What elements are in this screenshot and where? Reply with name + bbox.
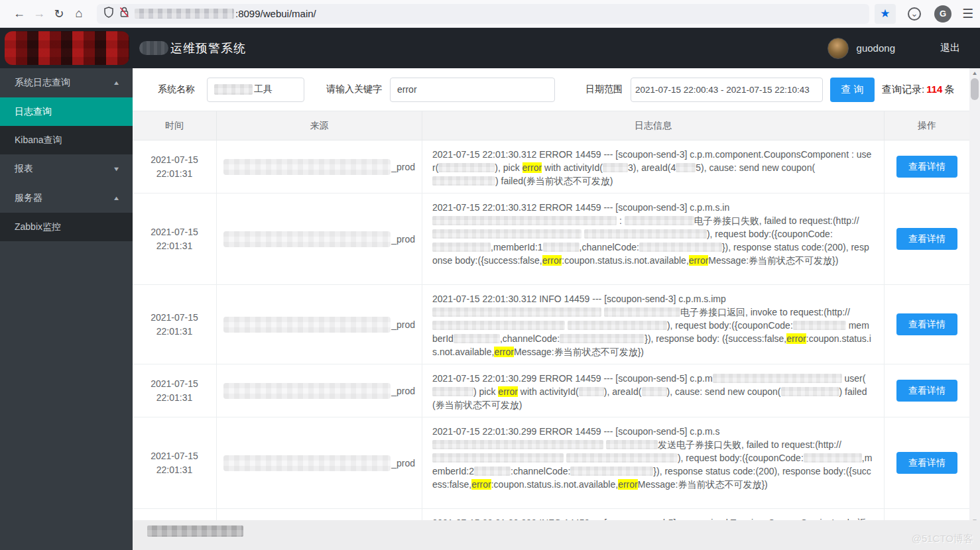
scrollbar-thumb[interactable] — [971, 78, 979, 100]
browser-toolbar: ← → ↻ ⌂ :8099/webui/main/ ★ ⌄ G ☰ — [0, 0, 980, 28]
date-range-value: 2021-07-15 22:00:43 - 2021-07-15 22:10:4… — [635, 85, 810, 95]
log-time: 2021-07-1522:01:31 — [133, 417, 217, 508]
result-summary: 查询记录:114条 — [882, 83, 954, 96]
source-redacted — [223, 383, 391, 399]
view-detail-button[interactable]: 查看详情 — [896, 156, 957, 178]
redacted-text — [566, 453, 678, 463]
scrollbar[interactable]: ▲ ▼ — [969, 68, 980, 525]
sidebar-item-log-query[interactable]: 日志查询 — [0, 97, 133, 126]
browser-menu-icon[interactable]: ☰ — [962, 6, 973, 21]
username[interactable]: guodong — [857, 42, 895, 54]
sidebar-item-zabbix-monitor[interactable]: Zabbix监控 — [0, 213, 133, 241]
url-host-redacted — [135, 9, 234, 19]
redacted-text — [625, 216, 694, 225]
log-message: 2021-07-15 22:01:30.312 INFO 14459 --- [… — [422, 285, 885, 364]
main-panel: 系统名称 工具 请输入关键字 error 日期范围 2021-07-15 22:… — [133, 68, 969, 550]
redacted-text — [570, 467, 653, 476]
url-bar[interactable]: :8099/webui/main/ — [97, 4, 869, 24]
chevron-up-icon: ▲ — [113, 80, 121, 86]
redacted-text — [584, 229, 707, 239]
sidebar-item-label: 日志查询 — [15, 106, 52, 118]
redacted-text — [432, 216, 617, 225]
search-button[interactable]: 查 询 — [830, 78, 875, 102]
log-message: 2021-07-15 22:01:30.299 ERROR 14459 --- … — [422, 417, 885, 508]
source-redacted — [223, 317, 391, 333]
insecure-lock-icon[interactable] — [119, 7, 129, 21]
redacted-text — [432, 307, 601, 317]
chevron-down-icon: ▼ — [113, 166, 121, 172]
logout-button[interactable]: 退出 — [940, 42, 960, 54]
table-row: 2021-07-1522:01:31_prod2021-07-15 22:01:… — [133, 364, 969, 417]
log-time: 2021-07-1522:01:31 — [133, 364, 217, 417]
date-range-label: 日期范围 — [585, 83, 623, 95]
log-time: 2021-07-1522:01:31 — [133, 285, 217, 364]
url-text[interactable]: :8099/webui/main/ — [235, 8, 316, 19]
watermark: @51CTO博客 — [912, 533, 973, 545]
redacted-text — [454, 334, 500, 343]
system-name-value: 工具 — [254, 83, 273, 95]
home-icon[interactable]: ⌂ — [69, 4, 89, 24]
redacted-text — [606, 440, 658, 449]
sidebar-item-server[interactable]: 服务器▲ — [0, 184, 133, 213]
log-action-cell: 查看详情 — [885, 193, 969, 284]
log-time: 2021-07-1522:01:31 — [133, 140, 217, 193]
title-prefix-redacted — [139, 41, 168, 55]
chevron-up-icon: ▲ — [113, 195, 121, 201]
sidebar-item-label: 服务器 — [15, 192, 42, 204]
reload-icon[interactable]: ↻ — [49, 4, 69, 24]
log-action-cell — [885, 509, 969, 520]
log-action-cell: 查看详情 — [885, 140, 969, 193]
user-avatar[interactable] — [827, 38, 849, 59]
log-message: 2021-07-15 22:01:30.312 ERROR 14459 --- … — [422, 193, 885, 284]
source-redacted — [223, 455, 391, 471]
browser-account-avatar[interactable]: G — [934, 5, 951, 23]
table-row: 2021-07-1522:01:31_prod2021-07-15 22:01:… — [133, 417, 969, 509]
sidebar-item-system-log-query[interactable]: 系统日志查询▲ — [0, 68, 133, 97]
system-name-input[interactable]: 工具 — [207, 78, 304, 102]
redacted-text — [793, 321, 846, 330]
log-source: _prod — [217, 285, 422, 364]
sidebar-item-kibana-query[interactable]: Kibana查询 — [0, 126, 133, 154]
sidebar-item-label: 系统日志查询 — [15, 77, 70, 89]
redacted-text — [781, 387, 839, 396]
redacted-text — [432, 440, 603, 449]
back-icon[interactable]: ← — [9, 4, 29, 24]
system-name-redacted — [214, 84, 253, 95]
pocket-icon[interactable]: ⌄ — [908, 7, 921, 21]
redacted-text — [543, 243, 580, 252]
log-message: 2021-07-15 22:01:30.299 INFO 14459 --- [… — [422, 509, 885, 520]
bookmark-star-icon[interactable]: ★ — [875, 4, 896, 24]
log-action-cell: 查看详情 — [885, 417, 969, 508]
keyword-input[interactable]: error — [390, 78, 555, 102]
sidebar-item-label: 报表 — [15, 163, 33, 175]
header-user-area: guodong 退出 — [827, 28, 960, 68]
view-detail-button[interactable]: 查看详情 — [896, 313, 957, 335]
footer-strip: @51CTO博客 — [133, 520, 980, 550]
redacted-text — [432, 176, 495, 186]
browser-actions: ★ ⌄ G ☰ — [875, 4, 973, 24]
table-header: 时间来源日志信息操作 — [133, 111, 969, 140]
redacted-text — [432, 321, 565, 330]
column-header-msg: 日志信息 — [422, 111, 885, 140]
forward-icon[interactable]: → — [29, 4, 49, 24]
source-redacted — [223, 231, 391, 247]
source-redacted — [223, 159, 391, 175]
sidebar-item-report[interactable]: 报表▼ — [0, 154, 133, 184]
redacted-text — [432, 229, 582, 239]
log-source: _prod — [217, 193, 422, 284]
column-header-source: 来源 — [217, 111, 422, 140]
keyword-label: 请输入关键字 — [326, 83, 382, 95]
redacted-text — [432, 453, 564, 463]
scroll-up-icon[interactable]: ▲ — [968, 68, 980, 78]
view-detail-button[interactable]: 查看详情 — [896, 380, 957, 402]
app-logo — [5, 31, 129, 65]
shield-icon[interactable] — [103, 7, 114, 21]
view-detail-button[interactable]: 查看详情 — [896, 228, 957, 250]
view-detail-button[interactable]: 查看详情 — [896, 452, 957, 474]
log-source: _prod — [217, 364, 422, 417]
date-range-input[interactable]: 2021-07-15 22:00:43 - 2021-07-15 22:10:4… — [631, 78, 823, 102]
redacted-text — [432, 243, 491, 252]
log-time: 2021-07-1522:01:31 — [133, 193, 217, 284]
system-name-label: 系统名称 — [158, 83, 195, 95]
table-row: 2021-07-1522:01:31_prod2021-07-15 22:01:… — [133, 285, 969, 364]
